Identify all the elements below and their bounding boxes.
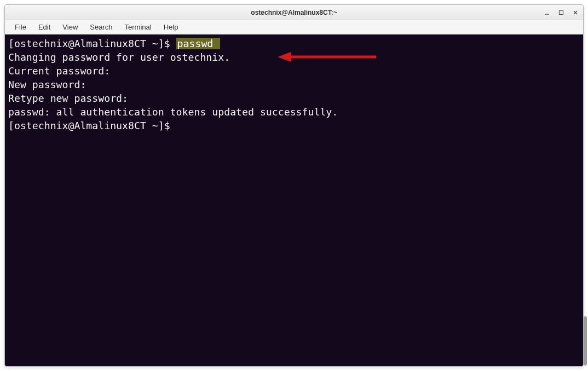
menu-help[interactable]: Help xyxy=(158,21,184,33)
terminal-line-7: [ostechnix@Almalinux8CT ~]$ xyxy=(8,119,580,132)
terminal-window: ostechnix@Almalinux8CT:~ File Edit View … xyxy=(4,4,584,367)
terminal-body[interactable]: [ostechnix@Almalinux8CT ~]$ passwd Chang… xyxy=(5,34,583,366)
menubar: File Edit View Search Terminal Help xyxy=(5,20,583,34)
menu-view[interactable]: View xyxy=(57,21,83,33)
scrollbar[interactable] xyxy=(583,30,588,367)
window-controls xyxy=(544,9,579,16)
command-highlight: passwd xyxy=(176,38,221,49)
menu-edit[interactable]: Edit xyxy=(33,21,56,33)
svg-rect-1 xyxy=(560,10,563,14)
menu-terminal[interactable]: Terminal xyxy=(119,21,157,33)
maximize-button[interactable] xyxy=(558,9,564,16)
terminal-line-5: Retype new password: xyxy=(8,91,580,105)
terminal-line-3: Current password: xyxy=(8,64,580,78)
terminal-line-1: [ostechnix@Almalinux8CT ~]$ passwd xyxy=(8,37,580,50)
menu-search[interactable]: Search xyxy=(84,21,118,33)
titlebar[interactable]: ostechnix@Almalinux8CT:~ xyxy=(5,5,583,20)
menu-file[interactable]: File xyxy=(9,21,32,33)
scrollbar-thumb[interactable] xyxy=(584,316,587,366)
prompt-text: [ostechnix@Almalinux8CT ~]$ xyxy=(8,38,176,49)
window-title: ostechnix@Almalinux8CT:~ xyxy=(251,9,337,16)
close-button[interactable] xyxy=(572,9,579,16)
minimize-button[interactable] xyxy=(544,9,550,16)
terminal-line-6: passwd: all authentication tokens update… xyxy=(8,105,580,119)
terminal-line-4: New password: xyxy=(8,78,580,91)
terminal-line-2: Changing password for user ostechnix. xyxy=(8,50,580,64)
